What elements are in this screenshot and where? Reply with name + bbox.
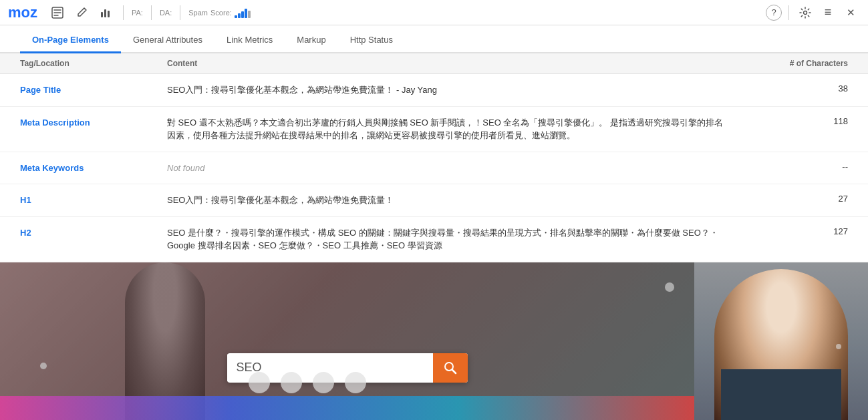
pa-label: PA: xyxy=(132,9,143,17)
table-row: H1 SEO入門：搜尋引擎優化基本觀念，為網站帶進免費流量！ 27 xyxy=(0,184,868,217)
row-label-h2: H2 xyxy=(20,226,167,238)
toolbar-right: ? ≡ ✕ xyxy=(766,3,860,22)
menu-button[interactable]: ≡ xyxy=(819,3,837,22)
svg-rect-1 xyxy=(101,12,103,17)
row-label-page-title: Page Title xyxy=(20,83,167,95)
table-row: Meta Keywords Not found -- xyxy=(0,152,868,185)
page-analysis-icon[interactable] xyxy=(48,3,67,22)
separator-4 xyxy=(788,5,789,20)
header-content: Content xyxy=(167,59,741,68)
svg-rect-3 xyxy=(108,11,110,17)
row-count-page-title: 38 xyxy=(741,83,848,93)
close-button[interactable]: ✕ xyxy=(841,3,860,22)
row-label-meta-desc: Meta Description xyxy=(20,116,167,128)
da-label: DA: xyxy=(160,9,172,17)
search-button-icon xyxy=(433,353,468,383)
spam-label: Spam xyxy=(188,9,208,17)
row-label-h1: H1 xyxy=(20,194,167,205)
row-count-h1: 27 xyxy=(741,194,848,204)
bottom-image-right xyxy=(694,262,868,421)
row-content-h1: SEO入門：搜尋引擎優化基本觀念，為網站帶進免費流量！ xyxy=(167,194,741,207)
header-char-count: # of Characters xyxy=(741,59,848,68)
table-header: Tag/Location Content # of Characters xyxy=(0,53,868,74)
tab-link-metrics[interactable]: Link Metrics xyxy=(214,28,285,53)
moz-logo: moz xyxy=(8,4,37,21)
chart-icon[interactable] xyxy=(96,3,115,22)
row-label-meta-keywords: Meta Keywords xyxy=(20,162,167,173)
row-count-meta-desc: 118 xyxy=(741,116,848,126)
settings-button[interactable] xyxy=(796,3,815,22)
row-count-meta-keywords: -- xyxy=(741,162,848,172)
pa-metric: PA: xyxy=(132,9,143,17)
svg-rect-2 xyxy=(104,9,106,17)
tab-http-status[interactable]: Http Status xyxy=(338,28,405,53)
bottom-area: SEO xyxy=(0,262,868,421)
edit-icon[interactable] xyxy=(72,3,91,22)
help-button[interactable]: ? xyxy=(766,5,782,21)
separator-1 xyxy=(123,5,124,20)
row-content-h2: SEO 是什麼？・搜尋引擎的運作模式・構成 SEO 的關鍵：關鍵字與搜尋量・搜尋… xyxy=(167,226,741,252)
tabs-bar: On-Page Elements General Attributes Link… xyxy=(0,25,868,53)
da-metric: DA: xyxy=(160,9,172,17)
table-container: Tag/Location Content # of Characters Pag… xyxy=(0,53,868,262)
row-content-meta-desc: 對 SEO 還不太熟悉嗎？本文適合初出茅廬的行銷人員與剛接觸 SEO 新手閱讀，… xyxy=(167,116,741,142)
spam-metric: Spam Score: xyxy=(188,7,251,18)
toolbar: moz PA: DA: Spam Score: ? ≡ ✕ xyxy=(0,0,868,25)
separator-3 xyxy=(180,5,180,20)
header-tag-location: Tag/Location xyxy=(20,59,167,68)
table-row: H2 SEO 是什麼？・搜尋引擎的運作模式・構成 SEO 的關鍵：關鍵字與搜尋量… xyxy=(0,217,868,262)
score-label: Score: xyxy=(210,9,232,17)
separator-2 xyxy=(151,5,152,20)
tab-general-attributes[interactable]: General Attributes xyxy=(121,28,214,53)
svg-point-4 xyxy=(804,11,807,14)
color-banner xyxy=(0,396,694,421)
row-content-page-title: SEO入門：搜尋引擎優化基本觀念，為網站帶進免費流量！ - Jay Yang xyxy=(167,83,741,97)
tab-on-page-elements[interactable]: On-Page Elements xyxy=(20,28,121,53)
tab-markup[interactable]: Markup xyxy=(285,28,337,53)
row-content-meta-keywords: Not found xyxy=(167,162,741,175)
table-row: Meta Description 對 SEO 還不太熟悉嗎？本文適合初出茅廬的行… xyxy=(0,107,868,152)
row-count-h2: 127 xyxy=(741,226,848,236)
bottom-image-left: SEO xyxy=(0,262,694,421)
table-row: Page Title SEO入門：搜尋引擎優化基本觀念，為網站帶進免費流量！ -… xyxy=(0,74,868,107)
spam-bar xyxy=(235,7,251,18)
